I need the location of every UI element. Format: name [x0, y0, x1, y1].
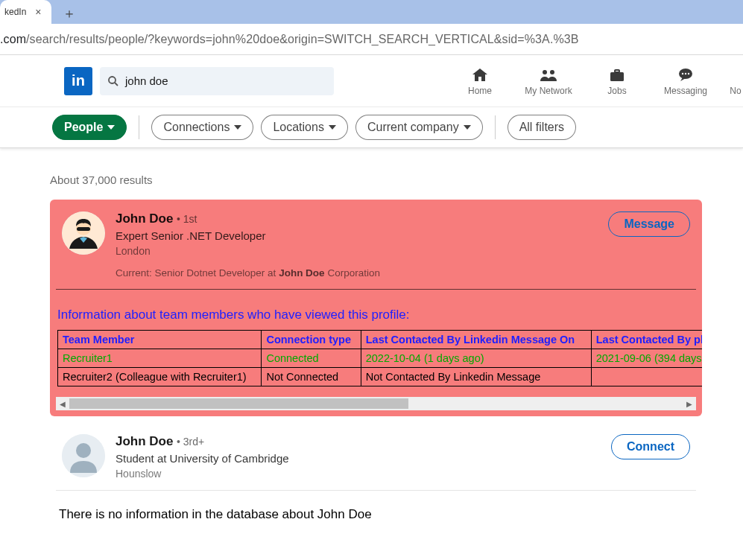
table-row: Recruiter1 Connected 2022-10-04 (1 days … — [58, 349, 703, 368]
nav-network[interactable]: My Network — [522, 66, 575, 96]
team-info-heading: Information about team members who have … — [50, 290, 702, 330]
profile-name-link[interactable]: John Doe — [116, 211, 173, 226]
chevron-down-icon — [234, 125, 241, 130]
scroll-right-icon[interactable]: ▶ — [683, 397, 696, 410]
results-count: About 37,000 results — [50, 174, 743, 186]
chevron-down-icon — [329, 125, 336, 130]
profile-row: John Doe • 3rd+ Student at University of… — [50, 422, 702, 490]
briefcase-icon — [608, 66, 626, 84]
profile-headline: Student at University of Cambridge — [116, 452, 601, 465]
profile-row: John Doe • 1st Expert Senior .NET Develo… — [50, 200, 702, 289]
team-members-table: Team Member Connection type Last Contact… — [57, 330, 702, 386]
filter-bar: People Connections Locations Current com… — [0, 107, 743, 148]
svg-point-3 — [550, 70, 554, 74]
search-value: john doe — [125, 74, 168, 87]
profile-main: John Doe • 1st Expert Senior .NET Develo… — [116, 211, 598, 279]
primary-nav: Home My Network Jobs Messaging No — [454, 55, 743, 106]
result-card-highlighted: John Doe • 1st Expert Senior .NET Develo… — [50, 200, 702, 416]
nav-notifications-partial[interactable]: No — [728, 66, 743, 96]
new-tab-button[interactable]: ＋ — [59, 3, 80, 24]
browser-tab[interactable]: kedIn × — [0, 0, 51, 24]
divider — [495, 115, 496, 139]
avatar[interactable] — [62, 211, 105, 255]
filter-locations[interactable]: Locations — [261, 115, 348, 140]
profile-name-link[interactable]: John Doe — [116, 434, 173, 448]
filter-people[interactable]: People — [52, 115, 127, 140]
url-text: .com/search/results/people/?keywords=joh… — [0, 33, 579, 46]
messaging-icon — [677, 66, 695, 84]
svg-point-0 — [109, 77, 116, 83]
home-icon — [471, 66, 489, 84]
svg-rect-12 — [77, 227, 90, 231]
table-header-row: Team Member Connection type Last Contact… — [58, 331, 703, 349]
th-phone: Last Contacted By phone On — [591, 331, 702, 349]
search-icon — [107, 75, 119, 87]
linkedin-logo[interactable]: in — [64, 67, 92, 95]
chevron-down-icon — [107, 125, 115, 130]
svg-rect-5 — [615, 70, 619, 72]
avatar[interactable] — [62, 434, 105, 477]
chevron-down-icon — [464, 125, 471, 130]
horizontal-scrollbar[interactable]: ◀ ▶ — [56, 397, 696, 410]
svg-rect-4 — [610, 72, 624, 81]
profile-location: Hounslow — [116, 468, 601, 480]
result-card: John Doe • 3rd+ Student at University of… — [50, 422, 702, 522]
linkedin-header: in john doe Home My Network Jobs — [0, 55, 743, 107]
svg-point-7 — [682, 72, 683, 74]
network-icon — [540, 66, 557, 84]
filter-connections[interactable]: Connections — [151, 115, 253, 140]
svg-point-14 — [76, 443, 91, 458]
svg-point-2 — [543, 70, 547, 74]
close-tab-icon[interactable]: × — [32, 6, 44, 18]
scrollbar-thumb[interactable] — [69, 398, 408, 409]
filter-current-company[interactable]: Current company — [355, 115, 483, 140]
profile-main: John Doe • 3rd+ Student at University of… — [116, 434, 601, 480]
url-bar[interactable]: .com/search/results/people/?keywords=joh… — [0, 24, 743, 55]
svg-point-8 — [685, 72, 686, 74]
browser-tabs: kedIn × ＋ — [0, 0, 743, 24]
no-database-info: There is no information in the database … — [50, 491, 702, 522]
profile-location: London — [116, 245, 598, 257]
filter-all-filters[interactable]: All filters — [508, 115, 576, 140]
nav-messaging[interactable]: Messaging — [660, 66, 712, 96]
profile-headline: Expert Senior .NET Developer — [116, 229, 598, 242]
nav-home[interactable]: Home — [454, 66, 506, 96]
results-area: About 37,000 results John Doe • 1st Expe… — [0, 148, 743, 522]
svg-line-1 — [115, 83, 118, 86]
search-input[interactable]: john doe — [100, 67, 334, 95]
svg-point-9 — [688, 72, 689, 74]
th-connection: Connection type — [262, 331, 361, 349]
scroll-left-icon[interactable]: ◀ — [56, 397, 69, 410]
th-message: Last Contacted By Linkedin Message On — [361, 331, 591, 349]
nav-jobs[interactable]: Jobs — [591, 66, 643, 96]
connection-degree: • 3rd+ — [177, 436, 204, 448]
scrollbar-track[interactable] — [408, 398, 683, 409]
tab-title: kedIn — [4, 7, 26, 17]
connection-degree: • 1st — [177, 213, 197, 225]
message-button[interactable]: Message — [608, 211, 690, 237]
th-member: Team Member — [58, 331, 262, 349]
table-row: Recruiter2 (Colleague with Recruiter1) N… — [58, 368, 703, 386]
connect-button[interactable]: Connect — [611, 434, 690, 459]
divider — [139, 115, 139, 139]
profile-current: Current: Senior Dotnet Developer at John… — [116, 267, 598, 279]
